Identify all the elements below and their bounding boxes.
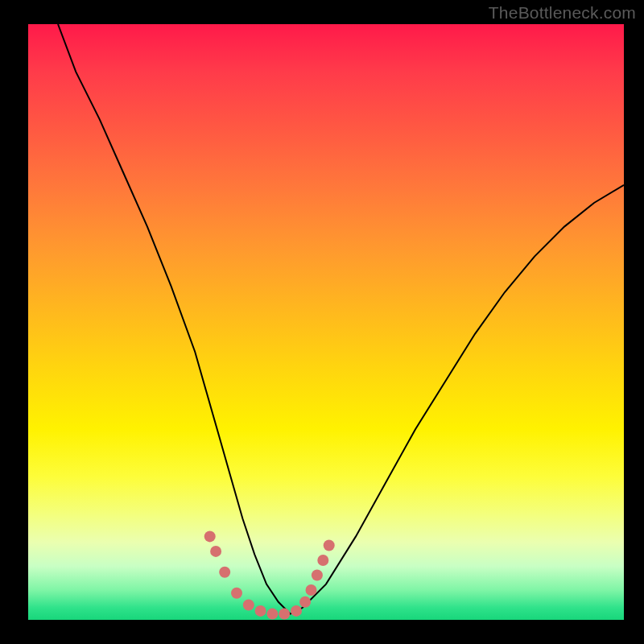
bottleneck-curve-line	[58, 24, 624, 614]
highlight-point	[204, 530, 216, 542]
highlight-point	[266, 609, 278, 620]
highlight-point	[324, 540, 335, 551]
watermark-text: TheBottleneck.com	[489, 3, 636, 23]
highlight-point	[243, 600, 254, 611]
highlight-point	[306, 584, 317, 596]
highlight-point	[317, 555, 328, 566]
highlight-point	[279, 609, 290, 620]
highlight-point	[210, 546, 221, 557]
highlight-point	[312, 570, 323, 581]
highlight-point	[231, 588, 242, 599]
highlight-point	[219, 567, 230, 578]
highlight-point	[291, 605, 302, 617]
bottleneck-chart	[28, 24, 624, 620]
highlight-point	[299, 597, 311, 608]
chart-plot-area	[28, 24, 624, 620]
highlight-markers	[204, 530, 335, 619]
highlight-point	[255, 605, 266, 617]
